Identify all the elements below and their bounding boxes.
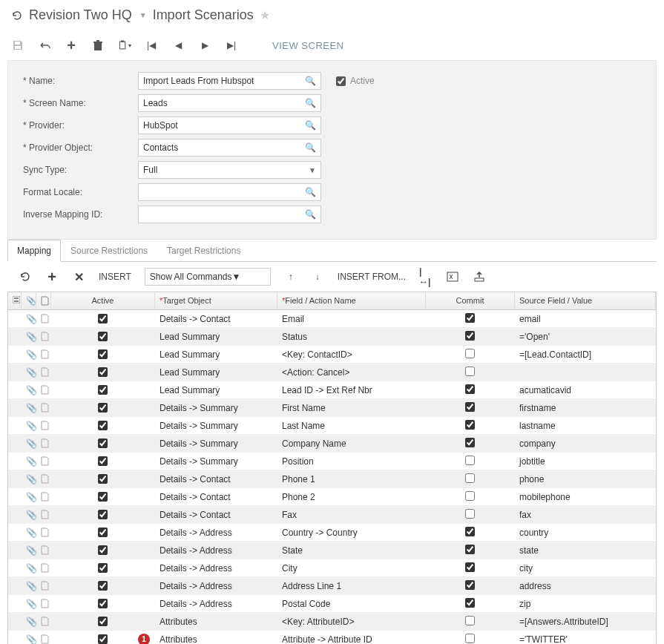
source-cell[interactable]: ='TWITTER'	[515, 632, 656, 645]
table-row[interactable]: 📎Details -> AddressCountry -> Countrycou…	[8, 524, 656, 542]
commit-cell[interactable]	[426, 418, 515, 434]
source-cell[interactable]: mobilephone	[515, 490, 656, 505]
field-cell[interactable]: Last Name	[277, 418, 426, 433]
field-cell[interactable]: Fax	[277, 507, 426, 522]
active-cell[interactable]	[51, 312, 155, 326]
grid-add-icon[interactable]: +	[45, 270, 59, 283]
note-icon[interactable]	[36, 365, 51, 379]
attachment-icon[interactable]: 📎	[22, 543, 36, 558]
target-cell[interactable]: Details -> Address	[155, 525, 277, 540]
source-cell[interactable]	[515, 370, 656, 375]
active-cell[interactable]	[51, 597, 155, 611]
next-icon[interactable]: ▶	[198, 39, 211, 52]
source-cell[interactable]: lastname	[515, 418, 656, 433]
row-selector-header[interactable]	[8, 292, 22, 309]
target-cell[interactable]: Lead Summary	[155, 365, 277, 380]
active-cell[interactable]	[51, 418, 155, 433]
note-icon[interactable]	[36, 597, 51, 611]
first-icon[interactable]: |◀	[145, 39, 158, 52]
source-cell[interactable]: company	[515, 436, 656, 451]
active-cell[interactable]	[51, 543, 155, 557]
table-row[interactable]: 📎Lead Summary<Action: Cancel>	[8, 364, 656, 381]
search-icon[interactable]: 🔍	[305, 120, 316, 131]
attachment-icon[interactable]: 📎	[22, 436, 36, 451]
commit-cell[interactable]	[426, 346, 515, 363]
note-icon[interactable]	[36, 312, 51, 326]
source-cell[interactable]: fax	[515, 507, 656, 522]
commit-cell[interactable]	[426, 631, 515, 645]
row-selector[interactable]	[8, 352, 22, 357]
target-cell[interactable]: Details -> Address	[155, 543, 277, 558]
add-icon[interactable]: +	[65, 39, 78, 52]
note-icon[interactable]	[36, 436, 51, 450]
row-selector[interactable]	[8, 495, 22, 499]
target-cell[interactable]: Lead Summary	[155, 329, 277, 344]
search-icon[interactable]: 🔍	[305, 142, 316, 153]
note-icon[interactable]	[36, 401, 51, 415]
attachment-icon[interactable]: 📎	[22, 579, 36, 594]
note-icon[interactable]	[36, 418, 51, 433]
note-icon[interactable]	[36, 490, 51, 504]
commit-cell[interactable]	[426, 489, 515, 505]
target-cell[interactable]: Details -> Address	[155, 561, 277, 576]
table-row[interactable]: 📎Lead Summary<Key: ContactID>=[Lead.Cont…	[8, 346, 656, 364]
attachment-icon[interactable]: 📎	[22, 329, 36, 344]
commit-cell[interactable]	[426, 507, 515, 523]
table-row[interactable]: 📎Details -> AddressStatestate	[8, 542, 656, 559]
target-cell[interactable]: Details -> Address	[155, 597, 277, 611]
commit-cell[interactable]	[426, 560, 515, 576]
export-excel-icon[interactable]	[446, 270, 459, 283]
note-icon[interactable]	[36, 329, 51, 344]
source-cell[interactable]: acumaticavid	[515, 383, 656, 398]
field-column-header[interactable]: *Field / Action Name	[277, 292, 426, 309]
target-cell[interactable]: Details -> Contact	[155, 507, 277, 522]
note-header[interactable]	[36, 292, 51, 309]
field-cell[interactable]: Phone 1	[277, 472, 426, 487]
commit-cell[interactable]	[426, 382, 515, 398]
attachment-icon[interactable]: 📎	[22, 525, 36, 540]
field-cell[interactable]: Address Line 1	[277, 579, 426, 594]
commit-cell[interactable]	[426, 364, 515, 381]
row-selector[interactable]	[8, 513, 22, 517]
name-input[interactable]: Import Leads From Hubspot🔍	[138, 72, 321, 90]
source-cell[interactable]: zip	[515, 597, 656, 611]
row-selector[interactable]	[8, 335, 22, 339]
target-cell[interactable]: Details -> Summary	[155, 418, 277, 433]
attachment-icon[interactable]: 📎	[22, 561, 36, 576]
table-row[interactable]: 📎Attributes<Key: AttributeID>=[Answers.A…	[8, 613, 656, 631]
active-cell[interactable]	[51, 365, 155, 379]
row-selector[interactable]	[8, 441, 22, 446]
source-cell[interactable]: firstname	[515, 401, 656, 415]
attachment-icon[interactable]: 📎	[22, 383, 36, 398]
save-icon[interactable]	[11, 39, 24, 52]
tab-source-restrictions[interactable]: Source Restrictions	[61, 240, 157, 262]
field-cell[interactable]: Phone 2	[277, 490, 426, 505]
attachment-icon[interactable]: 📎	[22, 490, 36, 505]
active-cell[interactable]	[51, 401, 155, 415]
row-selector[interactable]	[8, 477, 22, 482]
table-row[interactable]: 📎Details -> ContactFaxfax	[8, 506, 656, 524]
field-cell[interactable]: State	[277, 543, 426, 558]
search-icon[interactable]: 🔍	[305, 98, 316, 108]
table-row[interactable]: 📎Details -> SummaryLast Namelastname	[8, 417, 656, 435]
table-row[interactable]: 📎Details -> SummaryFirst Namefirstname	[8, 399, 656, 417]
commit-cell[interactable]	[426, 436, 515, 452]
attachment-icon[interactable]: 📎	[22, 312, 36, 326]
note-icon[interactable]	[36, 472, 51, 486]
target-cell[interactable]: Lead Summary	[155, 383, 277, 398]
chevron-down-icon[interactable]: ▼	[309, 166, 316, 174]
note-icon[interactable]	[36, 507, 51, 522]
commit-cell[interactable]	[426, 542, 515, 559]
note-icon[interactable]	[36, 632, 51, 644]
attachment-icon[interactable]: 📎	[22, 472, 36, 487]
target-cell[interactable]: Details -> Contact	[155, 490, 277, 505]
source-cell[interactable]: =[Lead.ContactID]	[515, 347, 656, 362]
star-icon[interactable]: ★	[260, 8, 270, 22]
field-cell[interactable]: Position	[277, 454, 426, 469]
attachment-icon[interactable]: 📎	[22, 632, 36, 645]
table-row[interactable]: 📎Details -> ContactPhone 1phone	[8, 470, 656, 488]
source-cell[interactable]: jobtitle	[515, 454, 656, 469]
commit-cell[interactable]	[426, 311, 515, 327]
source-cell[interactable]: state	[515, 543, 656, 558]
target-cell[interactable]: Details -> Address	[155, 579, 277, 594]
